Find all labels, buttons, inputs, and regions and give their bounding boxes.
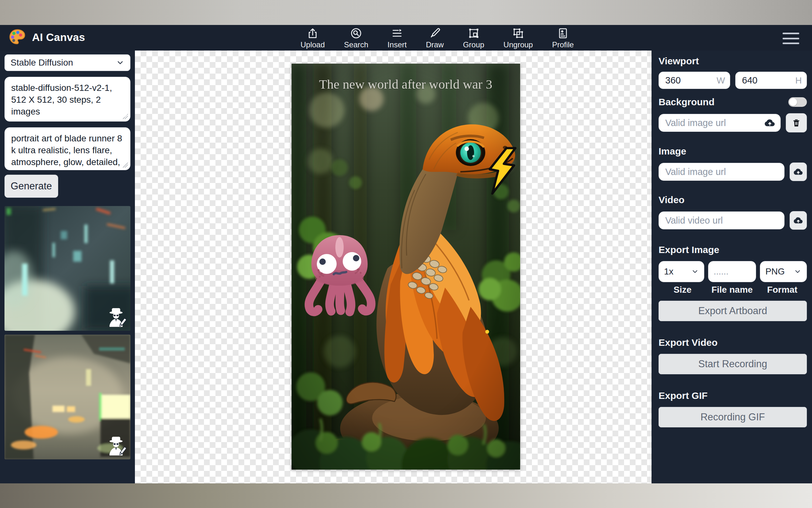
chevron-down-icon xyxy=(116,58,124,67)
viewport-width-field-wrap: W xyxy=(659,72,730,89)
video-upload-button[interactable] xyxy=(790,211,807,230)
artboard-image: The new world after world war 3 xyxy=(292,64,520,470)
viewport-heading: Viewport xyxy=(659,56,807,67)
main-toolbar: Upload Search Insert xyxy=(300,27,574,49)
canvas-area[interactable]: The new world after world war 3 xyxy=(135,50,652,483)
background-url-input[interactable] xyxy=(659,114,781,132)
profile-button[interactable]: Profile xyxy=(552,27,574,49)
format-label: Format xyxy=(758,285,807,295)
model-select[interactable]: Stable Diffusion xyxy=(4,54,131,71)
cloud-upload-icon xyxy=(793,216,804,225)
viewport-height-field-wrap: H xyxy=(735,72,807,89)
export-filename-input[interactable] xyxy=(708,261,756,282)
profile-icon xyxy=(557,27,569,40)
cloud-upload-icon[interactable] xyxy=(763,118,776,128)
generated-thumbnail-1[interactable] xyxy=(4,206,131,331)
artboard-title-text[interactable]: The new world after world war 3 xyxy=(319,77,492,91)
trash-icon xyxy=(791,118,802,128)
background-delete-button[interactable] xyxy=(786,113,807,132)
image-url-input[interactable] xyxy=(659,163,784,181)
video-heading: Video xyxy=(659,195,807,205)
image-heading: Image xyxy=(659,146,807,157)
height-suffix: H xyxy=(795,76,802,86)
insert-icon xyxy=(391,27,403,40)
screen: AI Canvas Upload Search xyxy=(0,0,812,508)
export-format-value: PNG xyxy=(765,266,785,277)
palette-logo-icon xyxy=(8,28,26,46)
draw-button[interactable]: Draw xyxy=(426,27,444,49)
upload-button[interactable]: Upload xyxy=(300,27,325,49)
app-window: AI Canvas Upload Search xyxy=(0,25,812,483)
brand: AI Canvas xyxy=(8,28,85,46)
left-sidebar: Stable Diffusion stable-diffusion-512-v2… xyxy=(0,50,135,483)
desktop-strip-top xyxy=(0,0,812,25)
video-url-wrap xyxy=(659,211,784,229)
toggle-knob xyxy=(789,98,797,106)
export-video-heading: Export Video xyxy=(659,337,807,348)
generate-button[interactable]: Generate xyxy=(4,175,58,198)
app-title: AI Canvas xyxy=(32,31,85,43)
image-url-wrap xyxy=(659,163,784,181)
export-format-select[interactable]: PNG xyxy=(760,261,807,282)
export-artboard-button[interactable]: Export Artboard xyxy=(659,301,807,321)
image-upload-button[interactable] xyxy=(790,163,807,181)
video-url-input[interactable] xyxy=(659,211,784,229)
ungroup-icon xyxy=(512,27,525,40)
model-select-value: Stable Diffusion xyxy=(10,57,73,68)
prompt-textarea[interactable]: portrait art of blade runner 8 k ultra r… xyxy=(4,127,131,170)
search-button[interactable]: Search xyxy=(344,27,368,49)
export-size-select[interactable]: 1x xyxy=(659,261,704,282)
export-gif-heading: Export GIF xyxy=(659,390,807,401)
chevron-down-icon xyxy=(794,268,802,276)
ungroup-button[interactable]: Ungroup xyxy=(504,27,533,49)
size-label: Size xyxy=(659,285,707,295)
background-heading: Background xyxy=(659,97,715,108)
export-size-value: 1x xyxy=(664,266,674,277)
search-icon xyxy=(350,27,363,40)
hamburger-menu-icon[interactable] xyxy=(782,32,799,45)
right-sidebar: Viewport W H Background xyxy=(652,50,812,483)
spy-icon xyxy=(105,306,127,328)
app-header: AI Canvas Upload Search xyxy=(0,25,812,50)
cloud-upload-icon xyxy=(793,167,804,177)
group-icon xyxy=(467,27,480,40)
recording-gif-button[interactable]: Recording GIF xyxy=(659,407,807,427)
group-button[interactable]: Group xyxy=(463,27,484,49)
chevron-down-icon xyxy=(691,268,699,276)
insert-button[interactable]: Insert xyxy=(387,27,407,49)
export-image-heading: Export Image xyxy=(659,244,807,255)
width-suffix: W xyxy=(717,76,725,86)
generated-thumbnail-2[interactable] xyxy=(4,335,131,459)
prompt-textarea-wrap: portrait art of blade runner 8 k ultra r… xyxy=(4,127,131,170)
background-toggle[interactable] xyxy=(789,97,807,107)
spy-icon xyxy=(105,434,127,457)
draw-icon xyxy=(428,27,441,40)
upload-icon xyxy=(306,27,319,40)
desktop-strip-bottom xyxy=(0,483,812,508)
artboard[interactable]: The new world after world war 3 xyxy=(292,64,520,470)
background-url-wrap xyxy=(659,114,781,132)
start-recording-button[interactable]: Start Recording xyxy=(659,354,807,374)
settings-textarea[interactable]: stable-diffusion-512-v2-1, 512 X 512, 30… xyxy=(4,77,131,122)
filename-label: File name xyxy=(707,285,758,295)
settings-textarea-wrap: stable-diffusion-512-v2-1, 512 X 512, 30… xyxy=(4,77,131,122)
